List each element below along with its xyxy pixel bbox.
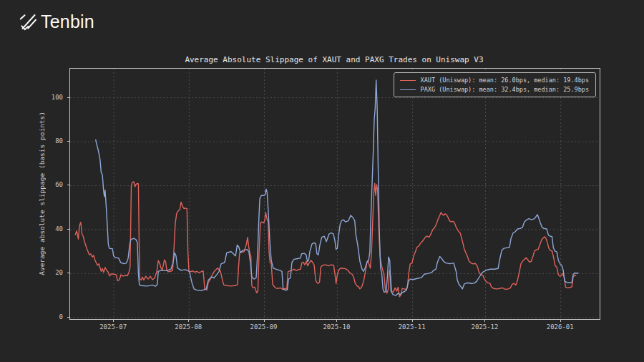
x-tick-label: 2025-09: [239, 323, 289, 331]
x-tick-mark: [264, 319, 265, 322]
chart-legend: XAUT (Uniswap): mean: 26.0bps, median: 1…: [394, 72, 596, 97]
x-tick-label: 2025-08: [163, 323, 213, 331]
legend-label: PAXG (Uniswap): mean: 32.4bps, median: 2…: [421, 86, 589, 93]
x-tick-label: 2025-10: [311, 323, 361, 331]
x-tick-label: 2025-12: [459, 323, 509, 331]
x-tick-label: 2026-01: [535, 323, 585, 331]
y-tick-mark: [67, 229, 70, 230]
y-tick-label: 40: [55, 225, 63, 233]
y-tick-mark: [67, 273, 70, 273]
legend-label: XAUT (Uniswap): mean: 26.0bps, median: 1…: [421, 77, 589, 84]
legend-row: XAUT (Uniswap): mean: 26.0bps, median: 1…: [400, 77, 589, 84]
chart-title: Average Absolute Slippage of XAUT and PA…: [69, 55, 599, 64]
tenbin-logo-icon: [18, 12, 38, 32]
x-tick-label: 2025-11: [387, 323, 437, 331]
y-tick-label: 80: [55, 137, 63, 145]
y-tick-label: 20: [55, 269, 63, 276]
x-tick-mark: [412, 319, 413, 322]
paxg-line: [96, 80, 579, 295]
x-tick-label: 2025-07: [88, 323, 138, 331]
legend-line-swatch: [400, 80, 416, 81]
y-axis-label-wrap: Average absolute slippage (basis points): [36, 68, 47, 318]
legend-row: PAXG (Uniswap): mean: 32.4bps, median: 2…: [400, 86, 589, 93]
x-tick-mark: [188, 319, 189, 322]
brand-name: Tenbin: [41, 11, 94, 32]
y-tick-mark: [67, 317, 70, 318]
legend-line-swatch: [400, 89, 416, 90]
y-tick-mark: [67, 97, 70, 98]
y-tick-label: 0: [59, 313, 63, 321]
x-tick-mark: [336, 319, 337, 322]
y-tick-label: 100: [52, 94, 63, 101]
y-tick-mark: [67, 141, 70, 142]
y-tick-label: 60: [55, 181, 63, 188]
x-tick-mark: [484, 319, 485, 322]
y-tick-mark: [67, 185, 70, 185]
slippage-line-chart: [70, 69, 600, 319]
y-axis-label: Average absolute slippage (basis points): [38, 112, 46, 275]
plot-area: XAUT (Uniswap): mean: 26.0bps, median: 1…: [69, 68, 600, 320]
x-tick-mark: [560, 319, 561, 322]
brand-logo: Tenbin: [18, 11, 94, 32]
x-tick-mark: [113, 319, 114, 322]
